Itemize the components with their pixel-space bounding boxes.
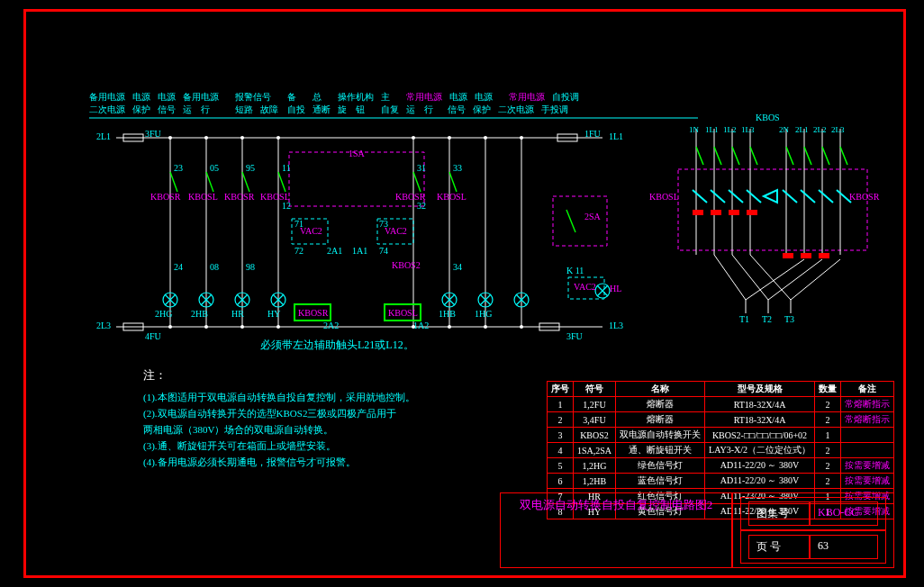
c98: 98	[246, 262, 255, 272]
c32: 32	[417, 201, 426, 211]
svg-line-87	[711, 190, 725, 203]
svg-point-66	[448, 325, 451, 329]
c23: 23	[174, 163, 183, 173]
svg-line-84	[822, 147, 829, 165]
pin-1L3: 1L3	[741, 125, 755, 134]
svg-line-101	[714, 255, 746, 300]
lbl-1L1: 1L1	[609, 131, 623, 141]
lbl-1L3: 1L3	[609, 321, 623, 330]
c11: 11	[282, 163, 291, 173]
cell-2-4: 1	[815, 428, 841, 443]
lbl-1HG: 1HG	[475, 309, 492, 319]
lbl-2HG: 2HG	[155, 309, 172, 319]
lbl-VAC2c: VAC2	[574, 282, 596, 292]
cell-0-3: RT18-32X/4A	[705, 397, 815, 412]
lbl-KBOS2: KBOS2	[392, 260, 421, 270]
svg-line-85	[840, 147, 847, 165]
hdr-r1-0: 备用电源	[89, 91, 132, 104]
svg-rect-100	[819, 253, 829, 258]
hdr-r2-12: 运	[406, 104, 424, 116]
hdr-r2-13: 行	[424, 104, 448, 116]
cell-5-1: 1,2HB	[573, 474, 615, 489]
th-0: 序号	[547, 382, 573, 397]
svg-point-53	[168, 136, 172, 140]
hdr-r2-0: 二次电源	[89, 104, 132, 116]
pin-2N: 2N	[779, 125, 789, 134]
lbl-2L3: 2L3	[96, 321, 111, 330]
cell-3-5	[841, 443, 894, 458]
lbl-K11: K 11	[566, 266, 584, 275]
lbl-HY: HY	[267, 309, 280, 319]
hdr-r1-12: 常用电源	[509, 91, 552, 104]
cell-3-3: LAY3-X/2（二位定位式）	[705, 443, 815, 458]
cell-1-4: 2	[815, 412, 841, 428]
cell-0-0: 1	[547, 397, 573, 412]
lbl-2L1: 2L1	[96, 131, 111, 141]
cell-3-0: 4	[547, 443, 573, 458]
cell-0-4: 2	[815, 397, 841, 412]
svg-point-64	[276, 325, 280, 329]
pin-T2: T2	[762, 314, 772, 324]
svg-line-81	[750, 147, 757, 165]
cell-0-5: 常熔断指示	[841, 397, 894, 412]
cell-1-5: 常熔断指示	[841, 412, 894, 428]
hdr-r2-2: 信号	[158, 104, 183, 116]
hdr-r1-13: 自投调	[552, 91, 588, 104]
cell-4-1: 1,2HG	[573, 458, 615, 474]
svg-line-18	[278, 172, 285, 192]
svg-line-16	[206, 172, 213, 192]
cell-5-0: 6	[547, 474, 573, 489]
power-block: KBOS 1N 1L1 1L2 1L3 2N 2L1 2L2 2L3 KBOSL…	[669, 120, 867, 318]
svg-line-15	[170, 172, 177, 192]
hdr-r1-6: 总	[313, 91, 338, 104]
hdr-r1-2: 电源	[158, 91, 183, 104]
svg-line-91	[801, 190, 815, 203]
svg-point-57	[412, 136, 415, 140]
title-block: 双电源自动转换自投自复控制电路图2 图集号 KBO-CC 页 号 63	[500, 492, 894, 568]
svg-point-67	[484, 325, 487, 329]
svg-line-78	[696, 147, 703, 165]
lbl-VAC2b: VAC2	[385, 226, 407, 236]
c1A1: 1A1	[352, 246, 367, 256]
cell-0-1: 1,2FU	[573, 397, 615, 412]
svg-line-20	[449, 172, 457, 192]
lbl-1HB: 1HB	[439, 309, 456, 319]
svg-rect-99	[801, 253, 811, 258]
svg-point-59	[484, 136, 487, 140]
hdr-r2-15: 保护	[473, 104, 498, 116]
cell-3-2: 通、断旋钮开关	[616, 443, 705, 458]
c34: 34	[453, 262, 462, 272]
svg-rect-96	[729, 210, 739, 215]
c08: 08	[210, 262, 219, 272]
svg-line-103	[750, 255, 791, 300]
lbl-HR: HR	[231, 309, 244, 319]
hdr-r2-5: 短路	[235, 104, 260, 116]
c2A1: 2A1	[327, 246, 342, 256]
hdr-r2-11: 自复	[381, 104, 406, 116]
lbl-KBOSR: KBOSR	[849, 192, 879, 202]
pin-T3: T3	[784, 314, 794, 324]
svg-line-79	[714, 147, 721, 165]
hdr-r2-3: 运	[183, 104, 201, 116]
svg-line-17	[242, 172, 249, 192]
cell-2-0: 3	[547, 428, 573, 443]
svg-line-90	[783, 190, 797, 203]
lbl-KBOSL1: KBOSL	[188, 192, 218, 202]
pin-2L1: 2L1	[795, 125, 809, 134]
hdr-r1-9: 常用电源	[406, 91, 449, 104]
svg-rect-94	[693, 210, 703, 215]
c1A2: 1A2	[413, 321, 429, 330]
cell-4-0: 5	[547, 458, 573, 474]
hdr-r1-5: 备	[287, 91, 313, 104]
th-1: 符号	[573, 382, 615, 397]
hdr-r2-9: 旋	[338, 104, 356, 116]
cell-5-2: 蓝色信号灯	[616, 474, 705, 489]
pin-2L2: 2L2	[813, 125, 827, 134]
hdr-r2-7: 自投	[287, 104, 313, 116]
pg-lbl: 页 号	[748, 535, 810, 559]
svg-line-88	[729, 190, 743, 203]
cell-4-2: 绿色信号灯	[616, 458, 705, 474]
cell-1-3: RT18-32X/4A	[705, 412, 815, 428]
lbl-VAC2a: VAC2	[300, 226, 322, 236]
lbl-2SA: 2SA	[584, 212, 601, 221]
